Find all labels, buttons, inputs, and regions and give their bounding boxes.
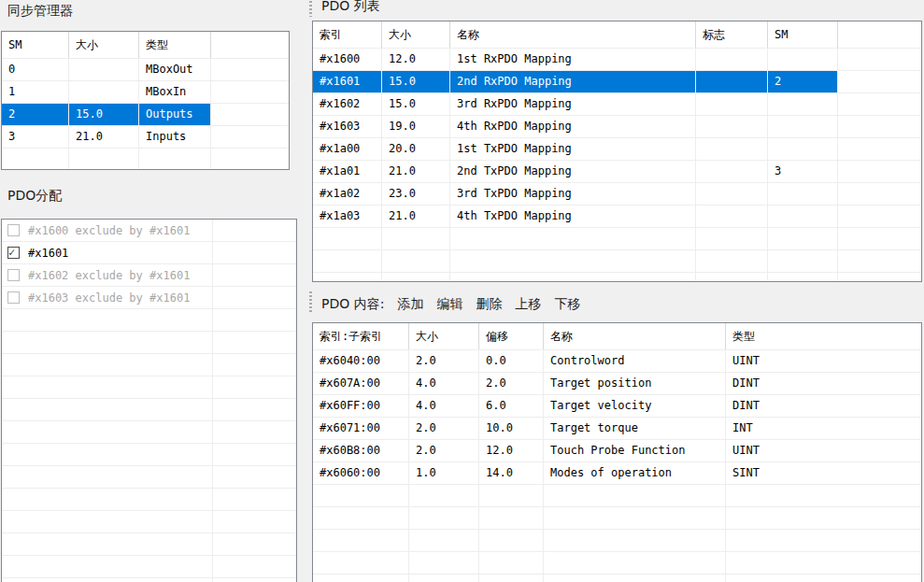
cell-size: 21.0 [382, 161, 450, 182]
column-header-type[interactable]: 类型 [139, 32, 211, 58]
empty-row [2, 489, 296, 511]
column-header-name[interactable]: 名称 [544, 323, 726, 349]
cell-flags [696, 183, 768, 205]
checkbox-checked-icon[interactable] [7, 247, 20, 259]
column-header-flags[interactable]: 标志 [696, 21, 768, 48]
empty-row [2, 511, 296, 533]
column-header-size[interactable]: 大小 [382, 21, 450, 48]
cell-size: 4.0 [409, 373, 479, 394]
cell-size: 15.0 [382, 93, 450, 115]
pdo-list-row[interactable]: #x1a00 20.0 1st TxPDO Mapping [313, 138, 921, 161]
cell-filler [213, 220, 296, 241]
column-header-empty [211, 32, 289, 58]
column-header-size[interactable]: 大小 [69, 32, 139, 58]
cell-name: 3rd TxPDO Mapping [450, 183, 696, 205]
pdo-content-title: PDO 内容: [321, 296, 384, 313]
cell-filler [213, 287, 296, 308]
cell-type: MBoxIn [139, 81, 211, 103]
cell-flags [696, 93, 768, 115]
sync-row[interactable]: 0 MBoxOut [2, 59, 289, 81]
empty-row [2, 399, 296, 421]
pdo-list-row[interactable]: #x1a02 23.0 3rd TxPDO Mapping [313, 183, 921, 206]
column-header-size[interactable]: 大小 [409, 323, 479, 349]
sync-row-selected[interactable]: 2 15.0 Outputs [2, 104, 289, 126]
empty-row [313, 228, 921, 250]
column-header-type[interactable]: 类型 [726, 323, 921, 349]
sync-row[interactable]: 1 MBoxIn [2, 81, 289, 104]
column-header-name[interactable]: 名称 [450, 21, 696, 48]
empty-row [313, 575, 921, 582]
empty-row [2, 466, 296, 489]
cell-filler [213, 242, 296, 263]
cell-sm [768, 183, 838, 205]
cell-filler [213, 264, 296, 286]
pdo-content-toolbar: PDO 内容: 添加 编辑 删除 上移 下移 [321, 296, 580, 313]
empty-row [313, 507, 921, 530]
cell-offset: 14.0 [479, 462, 544, 484]
empty-row [2, 533, 296, 556]
cell-index: #x6060:00 [313, 462, 409, 484]
sync-row[interactable]: 3 21.0 Inputs [2, 126, 289, 149]
pdo-content-row[interactable]: #x60FF:00 4.0 6.0 Target velocity DINT [313, 395, 921, 418]
edit-button[interactable]: 编辑 [436, 296, 462, 313]
empty-row [2, 421, 296, 444]
column-header-index-subindex[interactable]: 索引:子索引 [313, 323, 409, 349]
pdo-content-row[interactable]: #x6060:00 1.0 14.0 Modes of operation SI… [313, 462, 921, 485]
cell-flags [696, 71, 768, 92]
pdo-list-row[interactable]: #x1600 12.0 1st RxPDO Mapping [313, 49, 921, 71]
cell-type: Outputs [139, 104, 211, 125]
column-header-sm[interactable]: SM [2, 32, 69, 58]
toolstrip-gripper[interactable] [309, 1, 312, 17]
cell-name: 2nd TxPDO Mapping [450, 161, 696, 182]
cell-index: #x1602 [313, 93, 382, 115]
pdo-assign-list: #x1600 exclude by #x1601 #x1601 #x1602 e… [1, 219, 297, 582]
cell-sm [768, 116, 838, 137]
empty-row [2, 354, 296, 376]
cell-name: 1st TxPDO Mapping [450, 138, 696, 160]
pdo-assign-label: #x1601 [28, 247, 68, 260]
pdo-assign-item[interactable]: #x1601 [2, 242, 296, 264]
checkbox-unchecked-icon[interactable] [7, 269, 20, 281]
pdo-content-row[interactable]: #x6071:00 2.0 10.0 Target torque INT [313, 418, 921, 440]
cell-index: #x1603 [313, 116, 382, 137]
cell-filler [838, 183, 921, 205]
cell-flags [696, 206, 768, 227]
pdo-list-header: 索引 大小 名称 标志 SM [313, 21, 921, 49]
pdo-list-row[interactable]: #x1602 15.0 3rd RxPDO Mapping [313, 93, 921, 116]
cell-offset: 2.0 [479, 373, 544, 394]
cell-index: #x1600 [313, 49, 382, 70]
cell-size: 2.0 [409, 350, 479, 372]
pdo-content-row[interactable]: #x60B8:00 2.0 12.0 Touch Probe Function … [313, 440, 921, 462]
move-down-button[interactable]: 下移 [554, 296, 580, 313]
cell-sm [768, 49, 838, 70]
cell-name: Controlword [544, 350, 726, 372]
cell-type: UINT [726, 440, 921, 461]
cell-filler [838, 49, 921, 70]
pdo-list-row[interactable]: #x1a03 21.0 4th TxPDO Mapping [313, 206, 921, 228]
cell-filler [838, 71, 921, 92]
toolstrip-gripper[interactable] [309, 291, 312, 314]
pdo-list-title: PDO 列表 [321, 0, 380, 15]
pdo-assign-item[interactable]: #x1600 exclude by #x1601 [2, 220, 296, 242]
cell-filler [838, 161, 921, 182]
pdo-content-row[interactable]: #x6040:00 2.0 0.0 Controlword UINT [313, 350, 921, 373]
column-header-offset[interactable]: 偏移 [479, 323, 544, 349]
empty-row [313, 273, 921, 282]
checkbox-unchecked-icon[interactable] [7, 224, 20, 236]
move-up-button[interactable]: 上移 [515, 296, 541, 313]
pdo-assign-item[interactable]: #x1603 exclude by #x1601 [2, 287, 296, 309]
cell-sm [768, 138, 838, 160]
empty-row [2, 332, 296, 354]
column-header-sm[interactable]: SM [768, 21, 838, 48]
cell-sm: 3 [768, 161, 838, 182]
pdo-assign-item[interactable]: #x1602 exclude by #x1601 [2, 264, 296, 287]
add-button[interactable]: 添加 [397, 296, 423, 313]
pdo-list-row[interactable]: #x1a01 21.0 2nd TxPDO Mapping 3 [313, 161, 921, 183]
column-header-index[interactable]: 索引 [313, 21, 382, 48]
pdo-list-row-selected[interactable]: #x1601 15.0 2nd RxPDO Mapping 2 [313, 71, 921, 93]
cell-filler [211, 126, 289, 148]
pdo-content-row[interactable]: #x607A:00 4.0 2.0 Target position DINT [313, 373, 921, 395]
delete-button[interactable]: 删除 [476, 296, 502, 313]
pdo-list-row[interactable]: #x1603 19.0 4th RxPDO Mapping [313, 116, 921, 138]
checkbox-unchecked-icon[interactable] [7, 291, 20, 304]
